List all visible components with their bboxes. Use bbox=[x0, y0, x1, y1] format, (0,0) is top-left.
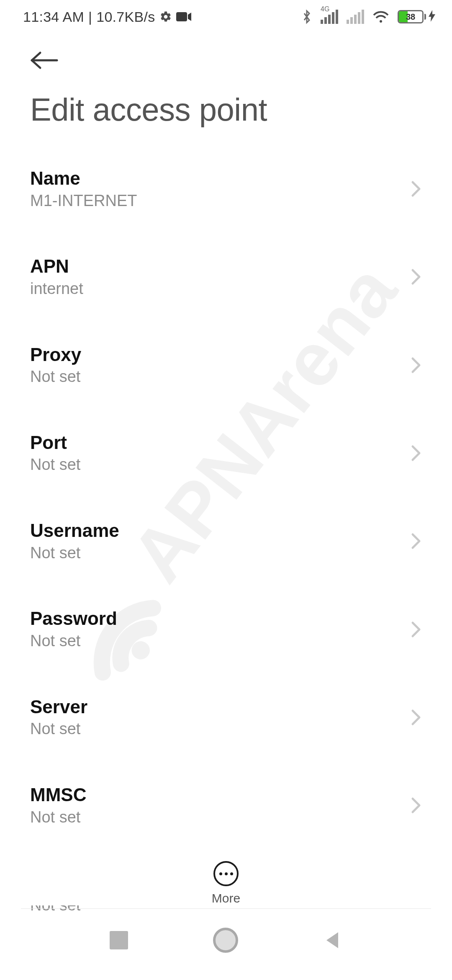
setting-port[interactable]: Port Not set bbox=[30, 409, 422, 497]
battery-percent: 38 bbox=[406, 12, 415, 22]
setting-mmsc[interactable]: MMSC Not set bbox=[30, 761, 422, 849]
status-time: 11:34 AM bbox=[23, 9, 84, 25]
navigation-bar bbox=[0, 909, 452, 980]
setting-label: Password bbox=[30, 608, 117, 629]
chevron-right-icon bbox=[410, 796, 422, 815]
setting-proxy[interactable]: Proxy Not set bbox=[30, 321, 422, 409]
svg-point-1 bbox=[380, 20, 382, 23]
setting-apn[interactable]: APN internet bbox=[30, 232, 422, 320]
status-data-rate: 10.7KB/s bbox=[96, 9, 155, 25]
setting-label: Username bbox=[30, 520, 119, 542]
setting-label: Server bbox=[30, 696, 87, 718]
chevron-right-icon bbox=[410, 532, 422, 550]
settings-list: Name M1-INTERNET APN internet Proxy Not … bbox=[0, 144, 452, 937]
battery-icon: 38 bbox=[398, 9, 435, 25]
chevron-right-icon bbox=[410, 356, 422, 374]
status-left: 11:34 AM | 10.7KB/s bbox=[23, 9, 191, 25]
nav-back-button[interactable] bbox=[323, 931, 342, 950]
setting-value: Not set bbox=[30, 544, 119, 562]
chevron-right-icon bbox=[410, 444, 422, 462]
signal-4g-icon: 4G bbox=[321, 10, 338, 24]
setting-label: MMSC bbox=[30, 784, 86, 806]
page-title: Edit access point bbox=[0, 79, 452, 144]
setting-label: APN bbox=[30, 256, 83, 277]
setting-value: Not set bbox=[30, 456, 80, 474]
more-icon bbox=[213, 861, 239, 886]
setting-username[interactable]: Username Not set bbox=[30, 497, 422, 585]
setting-name[interactable]: Name M1-INTERNET bbox=[30, 144, 422, 232]
setting-value: internet bbox=[30, 280, 83, 298]
bluetooth-icon bbox=[301, 9, 312, 24]
setting-value: Not set bbox=[30, 808, 86, 827]
setting-value: Not set bbox=[30, 368, 81, 386]
signal-2-icon bbox=[347, 10, 364, 24]
wifi-icon bbox=[372, 10, 389, 23]
signal-label: 4G bbox=[321, 5, 329, 13]
chevron-right-icon bbox=[410, 268, 422, 286]
status-right: 4G 38 bbox=[301, 9, 435, 25]
setting-value: M1-INTERNET bbox=[30, 192, 137, 210]
nav-home-button[interactable] bbox=[213, 928, 238, 953]
chevron-right-icon bbox=[410, 620, 422, 639]
charging-icon bbox=[429, 9, 435, 25]
more-label: More bbox=[212, 891, 240, 905]
chevron-right-icon bbox=[410, 180, 422, 198]
setting-server[interactable]: Server Not set bbox=[30, 673, 422, 761]
gear-icon bbox=[159, 10, 172, 23]
setting-label: Port bbox=[30, 432, 80, 454]
setting-value: Not set bbox=[30, 632, 117, 650]
back-button[interactable] bbox=[29, 50, 423, 70]
camera-icon bbox=[176, 11, 191, 22]
svg-rect-0 bbox=[176, 12, 187, 21]
setting-label: Name bbox=[30, 168, 137, 189]
status-separator: | bbox=[88, 9, 92, 25]
nav-recent-button[interactable] bbox=[110, 931, 128, 949]
chevron-right-icon bbox=[410, 708, 422, 727]
setting-value: Not set bbox=[30, 720, 87, 738]
setting-label: Proxy bbox=[30, 344, 81, 366]
setting-password[interactable]: Password Not set bbox=[30, 585, 422, 673]
more-button[interactable]: More bbox=[0, 848, 452, 905]
status-bar: 11:34 AM | 10.7KB/s 4G bbox=[0, 0, 452, 34]
